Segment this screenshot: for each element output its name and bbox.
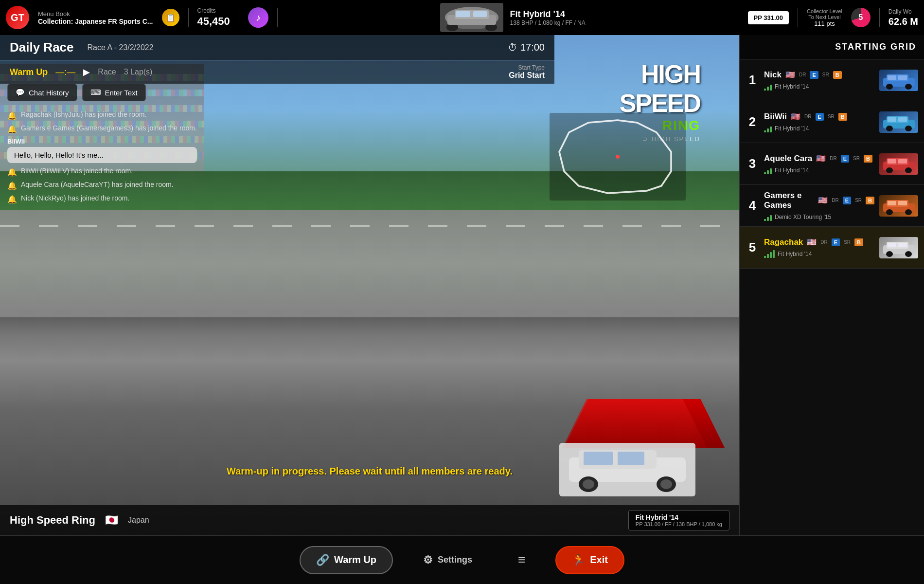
settings-button[interactable]: ⚙ Settings: [408, 547, 488, 573]
player-flag-3: 🇺🇸: [816, 154, 826, 163]
grid-pos-5: 5: [746, 240, 759, 255]
signal-bars-3: [764, 166, 772, 174]
grid-player-info-5: Ragachak 🇺🇸 DR E SR B Fit Hybrid '14: [764, 237, 874, 258]
sr-badge-2: B: [838, 113, 847, 121]
signal-bar-1-1: [764, 89, 766, 91]
menu-button[interactable]: ≡: [502, 546, 541, 574]
signal-bar-5-1: [764, 256, 766, 258]
collection-icon[interactable]: 📋: [162, 9, 179, 26]
svg-rect-7: [456, 11, 470, 17]
divider-2: [239, 8, 239, 27]
chat-notification-1: 🔔 Ragachak (IshyJulu) has joined the roo…: [7, 110, 197, 120]
grid-car-thumb-2: [879, 111, 918, 133]
credits-section: Credits 45,450: [197, 7, 230, 28]
grid-car-thumb-4: [879, 195, 918, 217]
dr-badge-4: E: [843, 197, 851, 204]
svg-point-25: [886, 84, 893, 90]
clock-icon: ⏱: [508, 42, 517, 53]
start-type-value: Grid Start: [509, 71, 545, 80]
chat-history-button[interactable]: 💬 Chat History: [7, 84, 77, 101]
warmup-button[interactable]: 🔗 Warm Up: [300, 546, 393, 574]
chat-notification-3: 🔔 BiiWii (BiiWiiLV) has joined the room.: [7, 167, 197, 177]
car-tooltip: Fit Hybrid '14 PP 331.00 / FF / 138 BHP …: [628, 510, 729, 530]
svg-rect-30: [888, 117, 896, 122]
music-icon[interactable]: ♪: [248, 7, 268, 28]
starting-grid-header: STARTING GRID: [740, 35, 924, 59]
divider-1: [188, 8, 189, 27]
svg-rect-51: [888, 243, 896, 247]
timer-value: 17:00: [520, 42, 545, 53]
signal-bar-1-3: [770, 85, 772, 91]
svg-point-46: [886, 209, 893, 215]
phase-laps: 3 Lap(s): [124, 68, 153, 76]
daily-wo-value: 62.6 M: [888, 16, 918, 27]
dr-label-1: DR: [799, 72, 806, 77]
collector-next-label: To Next Level: [808, 14, 841, 20]
svg-rect-12: [584, 452, 613, 465]
sr-badge-3: B: [864, 155, 872, 163]
svg-point-19: [616, 155, 620, 159]
race-date: Race A - 23/2/2022: [88, 43, 154, 52]
pp-badge: PP 331.00: [748, 11, 789, 24]
svg-point-47: [905, 209, 912, 215]
enter-text-icon: ⌨: [90, 88, 101, 97]
tooltip-car-name: Fit Hybrid '14: [636, 513, 722, 521]
grid-pos-4: 4: [746, 198, 759, 213]
credits-value: 45,450: [197, 15, 230, 28]
dr-badge-5: E: [832, 238, 840, 246]
grid-player-info-1: Nick 🇺🇸 DR E SR B Fit Hybrid '14: [764, 70, 874, 91]
hamburger-icon: ≡: [518, 552, 525, 567]
right-panel-starting-grid: STARTING GRID 1 Nick 🇺🇸 DR E SR B: [739, 35, 924, 535]
sr-badge-5: B: [854, 238, 863, 246]
car-image: [440, 3, 503, 32]
menu-book-sub: Collection: Japanese FR Sports C...: [38, 18, 153, 25]
signal-bar-3-1: [764, 172, 766, 174]
venue-bar: High Speed Ring 🇯🇵 Japan Fit Hybrid '14 …: [0, 505, 739, 535]
exit-button-label: Exit: [590, 554, 608, 566]
enter-text-button[interactable]: ⌨ Enter Text: [82, 84, 146, 101]
menu-book-title: Menu Book: [38, 10, 153, 18]
svg-rect-37: [888, 159, 896, 164]
player-flag-4: 🇺🇸: [818, 196, 828, 205]
track-surface: [0, 210, 739, 317]
dr-label-4: DR: [832, 198, 838, 203]
exit-button[interactable]: 🏃 Exit: [555, 546, 624, 574]
signal-bar-5-2: [767, 254, 769, 258]
chat-history-label: Chat History: [29, 89, 69, 97]
notification-text-3: BiiWii (BiiWiiLV) has joined the room.: [21, 167, 133, 175]
phase-bar: Warm Up —:— ▶ Race 3 Lap(s) Start Type G…: [0, 60, 554, 84]
gt-logo[interactable]: GT: [6, 6, 29, 29]
signal-bars-5: [764, 250, 775, 258]
signal-bar-5-4: [773, 250, 775, 258]
grid-car-1: Fit Hybrid '14: [775, 83, 809, 90]
grid-player-name-3: Aquele Cara: [764, 154, 812, 164]
signal-bar-3-3: [770, 168, 772, 174]
player-flag-1: 🇺🇸: [785, 70, 795, 79]
collector-level-circle: 5: [851, 8, 871, 27]
svg-rect-44: [888, 201, 896, 205]
svg-rect-23: [888, 75, 896, 80]
grid-player-name-2: BiiWii: [764, 112, 787, 122]
sr-label-2: SR: [828, 114, 835, 119]
menu-book-section: Menu Book Collection: Japanese FR Sports…: [38, 10, 153, 25]
sr-label-5: SR: [844, 239, 851, 245]
grid-row-1: 1 Nick 🇺🇸 DR E SR B Fit Hybrid '1: [740, 59, 924, 101]
svg-rect-8: [473, 11, 487, 17]
grid-pos-2: 2: [746, 114, 759, 129]
svg-rect-38: [898, 159, 907, 164]
svg-rect-24: [898, 75, 907, 80]
grid-player-name-4: Gamers e Games: [764, 191, 814, 210]
race-info-bar: Daily Race Race A - 23/2/2022 ⏱ 17:00: [0, 35, 554, 60]
chat-history-icon: 💬: [16, 88, 25, 97]
venue-name: High Speed Ring: [10, 514, 95, 527]
signal-bar-2-2: [767, 128, 769, 132]
sr-label-1: SR: [822, 72, 829, 77]
divider-3: [277, 8, 278, 27]
chat-messages-area: 🔔 Ragachak (IshyJulu) has joined the roo…: [7, 110, 197, 204]
grid-car-5: Fit Hybrid '14: [778, 251, 812, 257]
car-specs: 138 BHP / 1,080 kg / FF / NA: [510, 19, 586, 26]
chat-bubble-text-biiwii: Hello, Hello, Hello! It's me...: [7, 147, 197, 163]
signal-bar-2-1: [764, 130, 766, 132]
signal-bar-1-2: [767, 87, 769, 91]
chat-notification-4: 🔔 Aquele Cara (AqueleCaraYT) has joined …: [7, 181, 197, 190]
